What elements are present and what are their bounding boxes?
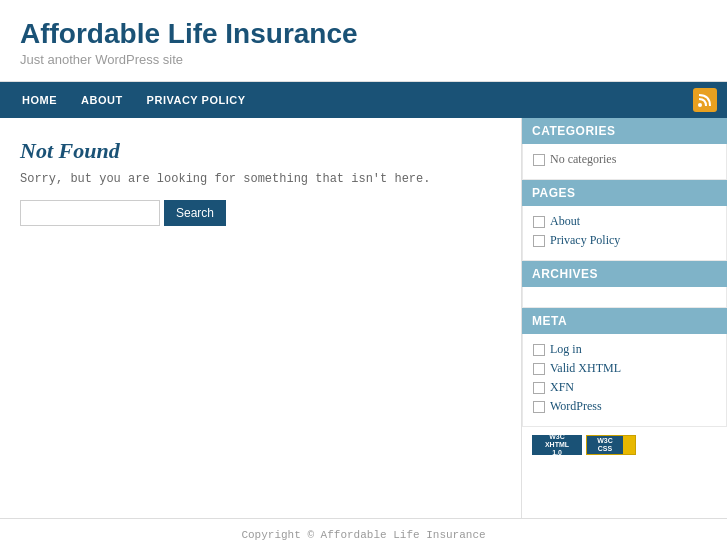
meta-checkbox-xfn <box>533 382 545 394</box>
no-categories-label: No categories <box>550 152 616 167</box>
not-found-message: Sorry, but you are looking for something… <box>20 172 501 186</box>
pages-section: PAGES About Privacy Policy <box>522 180 727 261</box>
page-link-about[interactable]: About <box>550 214 580 229</box>
nav-item-home[interactable]: HOME <box>10 82 69 118</box>
meta-header: META <box>522 308 727 334</box>
search-input[interactable] <box>20 200 160 226</box>
pages-content: About Privacy Policy <box>522 206 727 261</box>
page-link-privacy[interactable]: Privacy Policy <box>550 233 620 248</box>
meta-section: META Log in Valid XHTML XFN WordPress <box>522 308 727 427</box>
sidebar: CATEGORIES No categories PAGES About Pri… <box>522 118 727 518</box>
archives-section: ARCHIVES <box>522 261 727 308</box>
categories-section: CATEGORIES No categories <box>522 118 727 180</box>
meta-link-wordpress[interactable]: WordPress <box>550 399 602 414</box>
w3c-badges: W3CXHTML1.0 W3CCSS <box>522 427 727 463</box>
main-content: Not Found Sorry, but you are looking for… <box>0 118 522 518</box>
footer-copyright: Copyright © Affordable Life Insurance <box>241 529 485 541</box>
search-button[interactable]: Search <box>164 200 226 226</box>
nav-bar: HOME ABOUT PRIVACY POLICY <box>0 82 727 118</box>
css-badge[interactable]: W3CCSS <box>586 435 636 455</box>
meta-link-xhtml[interactable]: Valid XHTML <box>550 361 621 376</box>
meta-checkbox-xhtml <box>533 363 545 375</box>
xhtml-badge[interactable]: W3CXHTML1.0 <box>532 435 582 455</box>
list-item: About <box>533 214 716 229</box>
list-item: XFN <box>533 380 716 395</box>
nav-item-about[interactable]: ABOUT <box>69 82 135 118</box>
nav-links: HOME ABOUT PRIVACY POLICY <box>10 82 258 118</box>
archives-content <box>522 287 727 308</box>
meta-checkbox-wp <box>533 401 545 413</box>
nav-item-privacy[interactable]: PRIVACY POLICY <box>135 82 258 118</box>
list-item: Log in <box>533 342 716 357</box>
rss-icon[interactable] <box>693 88 717 112</box>
category-checkbox <box>533 154 545 166</box>
list-item: WordPress <box>533 399 716 414</box>
search-form: Search <box>20 200 501 226</box>
not-found-title: Not Found <box>20 138 501 164</box>
page-checkbox-about <box>533 216 545 228</box>
meta-checkbox-login <box>533 344 545 356</box>
footer: Copyright © Affordable Life Insurance <box>0 518 727 545</box>
list-item: No categories <box>533 152 716 167</box>
categories-content: No categories <box>522 144 727 180</box>
list-item: Privacy Policy <box>533 233 716 248</box>
pages-header: PAGES <box>522 180 727 206</box>
content-wrapper: Not Found Sorry, but you are looking for… <box>0 118 727 518</box>
list-item: Valid XHTML <box>533 361 716 376</box>
site-header: Affordable Life Insurance Just another W… <box>0 0 727 82</box>
site-title: Affordable Life Insurance <box>20 18 707 50</box>
meta-link-xfn[interactable]: XFN <box>550 380 574 395</box>
svg-point-0 <box>698 103 702 107</box>
archives-header: ARCHIVES <box>522 261 727 287</box>
categories-header: CATEGORIES <box>522 118 727 144</box>
page-checkbox-privacy <box>533 235 545 247</box>
site-tagline: Just another WordPress site <box>20 52 707 67</box>
meta-link-login[interactable]: Log in <box>550 342 582 357</box>
meta-content: Log in Valid XHTML XFN WordPress <box>522 334 727 427</box>
